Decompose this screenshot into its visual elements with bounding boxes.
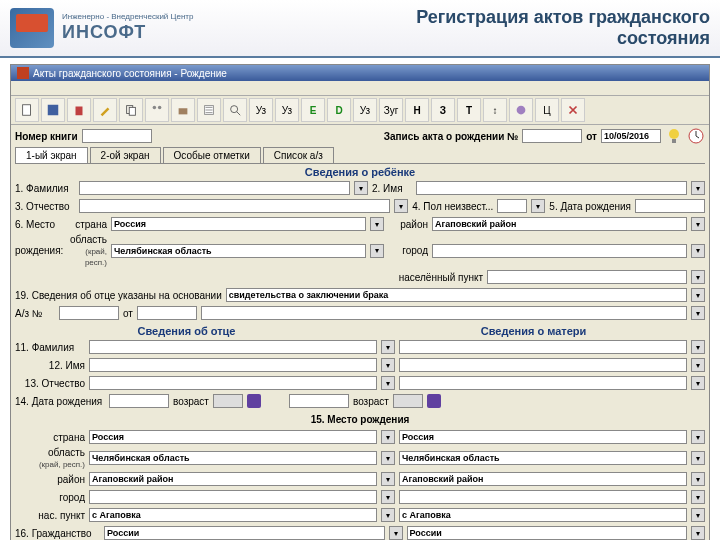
lookup-icon[interactable]: ▾ xyxy=(381,358,395,372)
lookup-icon[interactable]: ▾ xyxy=(691,430,705,444)
tb-search-icon[interactable] xyxy=(223,98,247,122)
lookup-icon[interactable]: ▾ xyxy=(691,181,705,195)
bulb-icon[interactable] xyxy=(665,127,683,145)
father-basis-field[interactable] xyxy=(226,288,687,302)
child-settlement-field[interactable] xyxy=(487,270,687,284)
tb-arrow-icon[interactable]: ↕ xyxy=(483,98,507,122)
lookup-icon[interactable]: ▾ xyxy=(381,472,395,486)
mother-citizenship-field[interactable] xyxy=(407,526,688,540)
child-country-field[interactable] xyxy=(111,217,366,231)
tb-copy-icon[interactable] xyxy=(119,98,143,122)
lookup-icon[interactable]: ▾ xyxy=(691,451,705,465)
mother-patronym-field[interactable] xyxy=(399,376,687,390)
tb-z-icon[interactable]: З xyxy=(431,98,455,122)
lookup-icon[interactable]: ▾ xyxy=(691,306,705,320)
lookup-icon[interactable]: ▾ xyxy=(381,508,395,522)
father-age-field[interactable] xyxy=(213,394,243,408)
child-name-field[interactable] xyxy=(416,181,687,195)
father-settle-field[interactable] xyxy=(89,508,377,522)
father-citizenship-field[interactable] xyxy=(104,526,385,540)
child-birthdate-field[interactable] xyxy=(635,199,705,213)
tb-delete-icon[interactable] xyxy=(67,98,91,122)
lookup-icon[interactable]: ▾ xyxy=(691,526,705,540)
child-sex-field[interactable] xyxy=(497,199,527,213)
father-patronym-field[interactable] xyxy=(89,376,377,390)
mother-name-field[interactable] xyxy=(399,358,687,372)
father-country-field[interactable] xyxy=(89,430,377,444)
az-extra-field[interactable] xyxy=(201,306,687,320)
book-icon[interactable] xyxy=(427,394,441,408)
lookup-icon[interactable]: ▾ xyxy=(691,288,705,302)
father-birthdate-field[interactable] xyxy=(109,394,169,408)
svg-point-11 xyxy=(669,129,679,139)
lookup-icon[interactable]: ▾ xyxy=(381,376,395,390)
tb-y2-icon[interactable]: Уз xyxy=(275,98,299,122)
tb-edit-icon[interactable] xyxy=(93,98,117,122)
tab-screen1[interactable]: 1-ый экран xyxy=(15,147,88,163)
tb-people-icon[interactable] xyxy=(145,98,169,122)
father-surname-field[interactable] xyxy=(89,340,377,354)
lookup-icon[interactable]: ▾ xyxy=(691,376,705,390)
lookup-icon[interactable]: ▾ xyxy=(370,217,384,231)
mother-district-field[interactable] xyxy=(399,472,687,486)
mother-settle-field[interactable] xyxy=(399,508,687,522)
tb-new-icon[interactable] xyxy=(15,98,39,122)
lookup-icon[interactable]: ▾ xyxy=(381,340,395,354)
lookup-icon[interactable]: ▾ xyxy=(531,199,545,213)
lookup-icon[interactable]: ▾ xyxy=(691,270,705,284)
tb-y1-icon[interactable]: Уз xyxy=(249,98,273,122)
az-date-field[interactable] xyxy=(137,306,197,320)
father-name-field[interactable] xyxy=(89,358,377,372)
record-date-field[interactable] xyxy=(601,129,661,143)
tb-close-icon[interactable] xyxy=(561,98,585,122)
tb-list-icon[interactable] xyxy=(197,98,221,122)
lookup-icon[interactable]: ▾ xyxy=(354,181,368,195)
lookup-icon[interactable]: ▾ xyxy=(381,430,395,444)
lookup-icon[interactable]: ▾ xyxy=(691,244,705,258)
menubar[interactable] xyxy=(11,81,709,96)
tb-d-icon[interactable]: D xyxy=(327,98,351,122)
lookup-icon[interactable]: ▾ xyxy=(381,490,395,504)
mother-birthdate-field[interactable] xyxy=(289,394,349,408)
book-icon[interactable] xyxy=(247,394,261,408)
tab-list[interactable]: Список а/з xyxy=(263,147,334,163)
tb-misc2-icon[interactable]: Ц xyxy=(535,98,559,122)
father-city-field[interactable] xyxy=(89,490,377,504)
tb-3y-icon[interactable]: Зуг xyxy=(379,98,403,122)
child-surname-field[interactable] xyxy=(79,181,350,195)
child-patronym-field[interactable] xyxy=(79,199,390,213)
mother-country-field[interactable] xyxy=(399,430,687,444)
child-district-field[interactable] xyxy=(432,217,687,231)
tab-notes[interactable]: Особые отметки xyxy=(163,147,261,163)
lookup-icon[interactable]: ▾ xyxy=(389,526,403,540)
lookup-icon[interactable]: ▾ xyxy=(381,451,395,465)
tb-h-icon[interactable]: Н xyxy=(405,98,429,122)
tb-y3-icon[interactable]: Уз xyxy=(353,98,377,122)
tb-e-icon[interactable]: E xyxy=(301,98,325,122)
az-num-field[interactable] xyxy=(59,306,119,320)
tb-save-icon[interactable] xyxy=(41,98,65,122)
lookup-icon[interactable]: ▾ xyxy=(691,340,705,354)
mother-region-field[interactable] xyxy=(399,451,687,465)
lookup-icon[interactable]: ▾ xyxy=(691,358,705,372)
father-district-field[interactable] xyxy=(89,472,377,486)
tab-screen2[interactable]: 2-ой экран xyxy=(90,147,161,163)
lookup-icon[interactable]: ▾ xyxy=(394,199,408,213)
child-city-field[interactable] xyxy=(432,244,687,258)
mother-city-field[interactable] xyxy=(399,490,687,504)
book-num-field[interactable] xyxy=(82,129,152,143)
lookup-icon[interactable]: ▾ xyxy=(691,472,705,486)
lookup-icon[interactable]: ▾ xyxy=(691,490,705,504)
lookup-icon[interactable]: ▾ xyxy=(691,217,705,231)
child-region-field[interactable] xyxy=(111,244,366,258)
father-region-field[interactable] xyxy=(89,451,377,465)
lookup-icon[interactable]: ▾ xyxy=(691,508,705,522)
mother-age-field[interactable] xyxy=(393,394,423,408)
tb-misc1-icon[interactable] xyxy=(509,98,533,122)
tb-t-icon[interactable]: Т xyxy=(457,98,481,122)
record-num-field[interactable] xyxy=(522,129,582,143)
tb-briefcase-icon[interactable] xyxy=(171,98,195,122)
lookup-icon[interactable]: ▾ xyxy=(370,244,384,258)
mother-surname-field[interactable] xyxy=(399,340,687,354)
clock-icon[interactable] xyxy=(687,127,705,145)
